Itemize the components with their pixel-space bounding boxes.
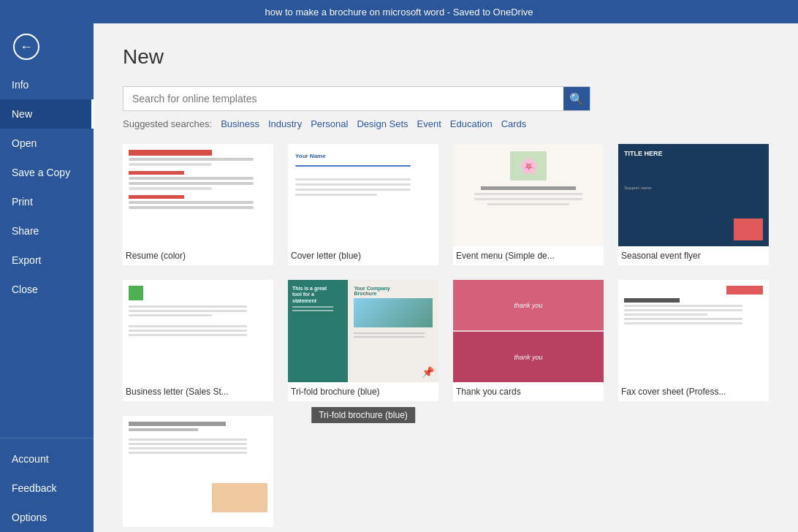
suggested-tag-personal[interactable]: Personal — [311, 118, 348, 129]
sidebar-item-info[interactable]: Info — [0, 70, 94, 99]
template-card-wrapper-resume: Resume (color) — [123, 144, 273, 265]
sidebar-divider — [0, 438, 94, 438]
search-button[interactable]: 🔍 — [563, 87, 590, 110]
template-label-resume: Resume (color) — [123, 246, 273, 265]
template-card-wedding[interactable] — [123, 416, 273, 527]
template-card-seasonal[interactable]: TITLE HERE Support name Seasonal event f… — [618, 144, 769, 265]
suggested-tag-business[interactable]: Business — [221, 118, 259, 129]
sidebar-bottom-nav: Account Feedback Options — [0, 432, 94, 532]
search-area: 🔍 Suggested searches: Business Industry … — [123, 86, 769, 129]
tooltip-brochure: Tri-fold brochure (blue) — [311, 407, 415, 423]
template-thumbnail-event: 🌸 — [453, 144, 604, 246]
thumb-thankyou: thank you thank you — [453, 280, 604, 382]
template-label-fax: Fax cover sheet (Profess... — [618, 382, 769, 401]
thumb-event: 🌸 — [453, 144, 604, 246]
suggested-tag-industry[interactable]: Industry — [268, 118, 302, 129]
sidebar-item-export[interactable]: Export — [0, 246, 94, 275]
sidebar-item-print[interactable]: Print — [0, 187, 94, 216]
template-thumbnail-brochure: This is a greattool for astatement Your … — [288, 280, 438, 382]
sidebar-item-close[interactable]: Close — [0, 275, 94, 304]
sidebar-item-new[interactable]: New — [0, 99, 94, 129]
template-card-wrapper-event: 🌸 Event menu (Simple de... — [453, 144, 604, 265]
template-card-event[interactable]: 🌸 Event menu (Simple de... — [453, 144, 604, 265]
template-card-wrapper-wedding — [123, 416, 273, 527]
app-container: ← Info New Open Save a Copy Print Share … — [0, 23, 798, 532]
template-thumbnail-thankyou: thank you thank you — [453, 280, 604, 382]
template-thumbnail-resume — [123, 144, 273, 246]
thumb-business — [123, 280, 273, 382]
template-card-wrapper-cover: Your Name Cover letter (blue) — [288, 144, 438, 265]
sidebar-item-save-copy[interactable]: Save a Copy — [0, 158, 94, 187]
suggested-tag-cards[interactable]: Cards — [501, 118, 527, 129]
sidebar: ← Info New Open Save a Copy Print Share … — [0, 23, 94, 532]
template-card-thankyou[interactable]: thank you thank you Thank you cards — [453, 280, 604, 401]
suggested-tag-education[interactable]: Education — [450, 118, 493, 129]
page-title: New — [123, 45, 769, 69]
thumb-resume — [123, 144, 273, 246]
main-content: New 🔍 Suggested searches: Business Indus… — [94, 23, 798, 532]
thumb-brochure: This is a greattool for astatement Your … — [288, 280, 438, 382]
template-label-seasonal: Seasonal event flyer — [618, 246, 769, 265]
pin-icon: 📌 — [422, 366, 434, 378]
template-thumbnail-fax — [618, 280, 769, 382]
sidebar-item-open[interactable]: Open — [0, 129, 94, 158]
title-bar-text: how to make a brochure on microsoft word… — [265, 7, 533, 18]
template-label-business: Business letter (Sales St... — [123, 382, 273, 401]
suggested-searches: Suggested searches: Business Industry Pe… — [123, 118, 769, 129]
template-card-wrapper-seasonal: TITLE HERE Support name Seasonal event f… — [618, 144, 769, 265]
template-card-wrapper-fax: Fax cover sheet (Profess... — [618, 280, 769, 401]
sidebar-item-feedback[interactable]: Feedback — [0, 474, 94, 503]
template-card-business[interactable]: Business letter (Sales St... — [123, 280, 273, 401]
template-card-brochure[interactable]: This is a greattool for astatement Your … — [288, 280, 438, 401]
template-label-cover: Cover letter (blue) — [288, 246, 438, 265]
template-thumbnail-seasonal: TITLE HERE Support name — [618, 144, 769, 246]
templates-grid: Resume (color) Your Name — [123, 144, 769, 527]
suggested-tag-event[interactable]: Event — [417, 118, 441, 129]
back-icon: ← — [13, 34, 39, 60]
thumb-cover: Your Name — [288, 144, 438, 246]
sidebar-item-account[interactable]: Account — [0, 444, 94, 474]
thumb-wedding — [123, 416, 273, 518]
back-button[interactable]: ← — [6, 26, 47, 67]
template-card-resume[interactable]: Resume (color) — [123, 144, 273, 265]
sidebar-nav: Info New Open Save a Copy Print Share Ex… — [0, 70, 94, 304]
template-label-wedding — [123, 518, 273, 527]
template-thumbnail-cover: Your Name — [288, 144, 438, 246]
template-card-cover[interactable]: Your Name Cover letter (blue) — [288, 144, 438, 265]
template-card-wrapper-thankyou: thank you thank you Thank you cards — [453, 280, 604, 401]
template-label-thankyou: Thank you cards — [453, 382, 604, 401]
template-card-wrapper-business: Business letter (Sales St... — [123, 280, 273, 401]
template-card-fax[interactable]: Fax cover sheet (Profess... — [618, 280, 769, 401]
template-label-event: Event menu (Simple de... — [453, 246, 604, 265]
suggested-tag-design-sets[interactable]: Design Sets — [357, 118, 408, 129]
sidebar-item-share[interactable]: Share — [0, 216, 94, 246]
template-thumbnail-wedding — [123, 416, 273, 518]
template-card-wrapper-brochure: This is a greattool for astatement Your … — [288, 280, 438, 401]
thumb-seasonal: TITLE HERE Support name — [618, 144, 769, 246]
template-label-brochure: Tri-fold brochure (blue) — [288, 382, 438, 401]
suggested-label: Suggested searches: — [123, 118, 212, 129]
thumb-fax — [618, 280, 769, 382]
search-input[interactable] — [123, 87, 563, 110]
title-bar: how to make a brochure on microsoft word… — [0, 0, 798, 23]
template-thumbnail-business — [123, 280, 273, 382]
search-box: 🔍 — [123, 86, 590, 111]
sidebar-item-options[interactable]: Options — [0, 503, 94, 532]
